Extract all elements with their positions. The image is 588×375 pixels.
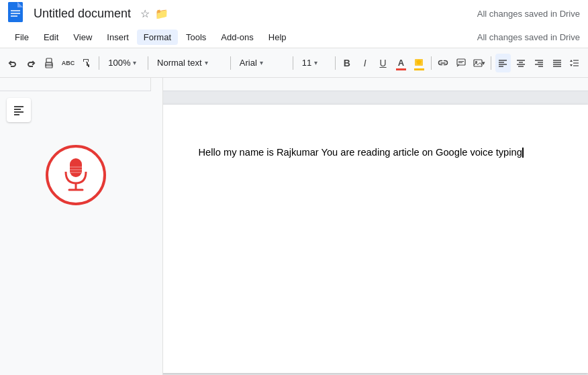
toolbar: ABC 100% ▾ Normal text ▾ Arial ▾ 11 ▾ B … <box>0 48 588 78</box>
menu-edit[interactable]: Edit <box>37 30 65 45</box>
doc-outline-button[interactable] <box>7 98 31 122</box>
menu-help[interactable]: Help <box>262 30 293 45</box>
folder-icon[interactable]: 📁 <box>155 7 168 20</box>
separator-7 <box>491 56 491 70</box>
link-button[interactable] <box>435 54 450 72</box>
doc-icon <box>8 2 27 25</box>
redo-button[interactable] <box>23 54 39 72</box>
menu-bar: File Edit View Insert Format Tools Add-o… <box>0 27 588 48</box>
size-arrow: ▾ <box>314 59 317 66</box>
undo-button[interactable] <box>5 54 21 72</box>
save-status: All changes saved in Drive <box>477 9 580 19</box>
insert-image-button[interactable]: ▾ <box>471 54 487 72</box>
font-select[interactable]: Arial ▾ <box>235 54 289 72</box>
font-size-select[interactable]: 11 ▾ <box>297 54 331 72</box>
ruler-left <box>0 78 151 91</box>
menu-tools[interactable]: Tools <box>179 30 213 45</box>
doc-area: Hello my name is Rajkumar You are readin… <box>151 91 588 375</box>
font-value: Arial <box>240 58 257 68</box>
doc-text: Hello my name is Rajkumar You are readin… <box>199 147 522 158</box>
separator-4 <box>293 56 293 70</box>
spellcheck-button[interactable]: ABC <box>59 54 77 72</box>
star-icon[interactable]: ☆ <box>140 7 150 20</box>
svg-point-15 <box>475 61 477 62</box>
svg-rect-6 <box>46 58 52 62</box>
title-icons: ☆ 📁 <box>140 7 168 20</box>
highlight-color-indicator <box>414 68 424 70</box>
menu-format[interactable]: Format <box>137 30 178 45</box>
main-area: Hello my name is Rajkumar You are readin… <box>0 91 588 375</box>
svg-rect-39 <box>14 114 19 115</box>
separator-5 <box>335 56 336 70</box>
svg-rect-36 <box>14 106 23 107</box>
svg-rect-40 <box>70 158 82 177</box>
highlight-button[interactable] <box>411 54 427 72</box>
comment-button[interactable] <box>453 54 469 72</box>
align-left-button[interactable] <box>495 54 511 72</box>
style-value: Normal text <box>157 58 201 68</box>
zoom-arrow: ▾ <box>133 59 136 66</box>
mic-container[interactable] <box>46 145 106 205</box>
svg-rect-38 <box>14 111 23 113</box>
separator-1 <box>99 56 99 70</box>
ruler-main <box>151 78 588 91</box>
italic-button[interactable]: I <box>357 54 373 72</box>
ruler <box>0 78 588 91</box>
paint-format-button[interactable] <box>80 54 95 72</box>
align-right-button[interactable] <box>531 54 546 72</box>
font-arrow: ▾ <box>260 59 263 66</box>
all-changes-status: All changes saved in Drive <box>477 32 580 42</box>
sidebar <box>0 91 151 375</box>
text-cursor <box>522 148 524 158</box>
svg-point-8 <box>51 63 52 64</box>
style-select[interactable]: Normal text ▾ <box>152 54 226 72</box>
zoom-select[interactable]: 100% ▾ <box>103 54 144 72</box>
print-button[interactable] <box>42 54 57 72</box>
bold-button[interactable]: B <box>339 54 354 72</box>
text-color-indicator <box>396 68 406 70</box>
mic-button[interactable] <box>46 145 106 205</box>
doc-title[interactable]: Untitled document <box>34 7 131 21</box>
svg-rect-11 <box>457 59 465 65</box>
svg-rect-14 <box>474 60 482 66</box>
justify-button[interactable] <box>549 54 565 72</box>
separator-3 <box>230 56 231 70</box>
svg-rect-1 <box>8 2 23 22</box>
size-value: 11 <box>302 58 311 68</box>
title-bar: Untitled document ☆ 📁 All changes saved … <box>0 0 588 27</box>
svg-rect-37 <box>14 109 21 110</box>
menu-addons[interactable]: Add-ons <box>214 30 260 45</box>
svg-rect-35 <box>151 78 588 91</box>
line-spacing-button[interactable] <box>567 54 583 72</box>
text-color-button[interactable]: A <box>393 54 409 72</box>
align-center-button[interactable] <box>513 54 529 72</box>
separator-6 <box>431 56 432 70</box>
document-content[interactable]: Hello my name is Rajkumar You are readin… <box>199 145 541 160</box>
separator-2 <box>148 56 148 70</box>
style-arrow: ▾ <box>205 59 208 66</box>
menu-file[interactable]: File <box>8 30 36 45</box>
svg-rect-9 <box>88 64 89 67</box>
menu-insert[interactable]: Insert <box>100 30 136 45</box>
underline-button[interactable]: U <box>375 54 391 72</box>
menu-view[interactable]: View <box>66 30 99 45</box>
zoom-value: 100% <box>108 58 130 68</box>
document-page[interactable]: Hello my name is Rajkumar You are readin… <box>152 105 588 373</box>
